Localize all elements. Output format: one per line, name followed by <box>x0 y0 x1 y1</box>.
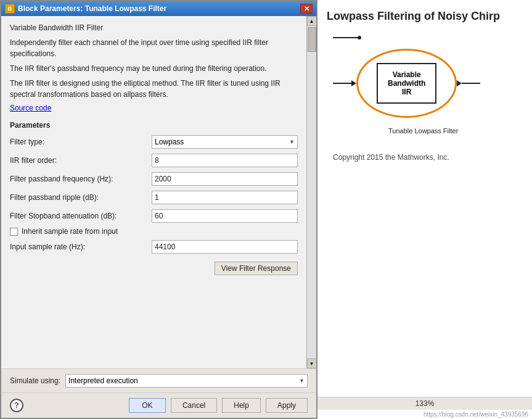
title-icon: B <box>5 4 15 14</box>
title-bar: B Block Parameters: Tunable Lowpass Filt… <box>1 1 316 16</box>
button-row: ? OK Cancel Help Apply <box>1 392 316 418</box>
signal-line-top <box>333 37 358 38</box>
oval-highlight: Variable Bandwidth IIR <box>356 49 457 118</box>
block-line-2: Bandwidth <box>388 79 425 88</box>
sample-rate-input[interactable]: 44100 <box>152 240 298 254</box>
diagram-panel: Lowpass Filtering of Noisy Chirp Variabl… <box>317 0 532 419</box>
arrow-out-icon <box>457 80 462 86</box>
copyright-text: Copyright 2015 the Mathworks, Inc. <box>333 153 523 162</box>
passband-freq-row: Filter passband frequency (Hz): 2000 <box>10 172 298 186</box>
stopband-atten-label: Filter Stopband attenuation (dB): <box>10 212 152 220</box>
block-parameters-dialog: B Block Parameters: Tunable Lowpass Filt… <box>0 0 317 419</box>
inherit-checkbox-label: Inherit sample rate from input <box>22 227 118 236</box>
scroll-thumb[interactable] <box>308 27 316 52</box>
iir-order-input[interactable]: 8 <box>152 154 298 167</box>
inherit-checkbox[interactable] <box>10 228 18 236</box>
stopband-atten-row: Filter Stopband attenuation (dB): 60 <box>10 209 298 223</box>
help-button[interactable]: Help <box>222 398 261 413</box>
signal-line-in <box>333 83 351 84</box>
diagram-content: Lowpass Filtering of Noisy Chirp Variabl… <box>317 0 532 397</box>
sample-rate-row: Input sample rate (Hz): 44100 <box>10 239 298 254</box>
view-filter-row: View Filter Response <box>10 262 298 275</box>
zoom-status-bar: 133% <box>317 397 532 410</box>
passband-ripple-input[interactable]: 1 <box>152 191 298 204</box>
description-4: The IIR filter is designed using the ell… <box>10 78 298 100</box>
scroll-down-arrow[interactable]: ▼ <box>307 359 317 368</box>
passband-freq-input[interactable]: 2000 <box>152 172 298 186</box>
help-icon-circle[interactable]: ? <box>10 399 23 412</box>
block-line-1: Variable <box>388 70 425 79</box>
inherit-checkbox-row: Inherit sample rate from input <box>10 227 298 236</box>
signal-dot-top <box>358 36 361 39</box>
block-label: Tunable Lowpass Filter <box>388 127 458 135</box>
description-2: Independently filter each channel of the… <box>10 37 298 59</box>
diagram-title: Lowpass Filtering of Noisy Chirp <box>327 9 523 23</box>
parameters-section-title: Parameters <box>10 121 298 130</box>
source-code-link[interactable]: Source code <box>10 104 298 112</box>
passband-freq-label: Filter passband frequency (Hz): <box>10 175 152 183</box>
passband-ripple-row: Filter passband ripple (dB): 1 <box>10 190 298 205</box>
filter-type-label: Filter type: <box>10 138 152 146</box>
dialog-title: Block Parameters: Tunable Lowpass Filter <box>18 4 166 13</box>
filter-type-arrow-icon: ▼ <box>289 139 295 145</box>
simulate-select[interactable]: Interpreted execution ▼ <box>65 374 308 388</box>
description-1: Variable Bandwidth IIR Filter <box>10 22 298 33</box>
watermark: https://blog.csdn.net/weixin_43935696 <box>317 410 532 419</box>
iir-order-row: IIR filter order: 8 <box>10 153 298 168</box>
block-box: Variable Bandwidth IIR <box>377 63 436 104</box>
signal-line-out <box>462 83 480 84</box>
simulate-row: Simulate using: Interpreted execution ▼ <box>1 368 316 392</box>
block-line-3: IIR <box>388 88 425 96</box>
sample-rate-label: Input sample rate (Hz): <box>10 243 152 251</box>
filter-type-select[interactable]: Lowpass ▼ <box>152 135 298 149</box>
iir-order-label: IIR filter order: <box>10 156 152 165</box>
dialog-body: Variable Bandwidth IIR Filter Independen… <box>1 16 316 368</box>
dialog-content: Variable Bandwidth IIR Filter Independen… <box>1 16 306 368</box>
arrow-in-icon <box>351 80 356 86</box>
close-button[interactable]: ✕ <box>300 4 313 14</box>
simulate-value: Interpreted execution <box>68 376 138 385</box>
vertical-scrollbar[interactable]: ▲ ▼ <box>306 16 316 368</box>
cancel-button[interactable]: Cancel <box>171 398 217 413</box>
apply-button[interactable]: Apply <box>266 398 308 413</box>
ok-button[interactable]: OK <box>129 398 166 413</box>
stopband-atten-input[interactable]: 60 <box>152 209 298 223</box>
passband-ripple-label: Filter passband ripple (dB): <box>10 193 152 202</box>
view-filter-button[interactable]: View Filter Response <box>215 262 298 275</box>
filter-type-row: Filter type: Lowpass ▼ <box>10 135 298 149</box>
simulate-select-arrow-icon: ▼ <box>299 378 305 384</box>
filter-type-value: Lowpass <box>155 138 184 146</box>
zoom-level: 133% <box>415 399 435 408</box>
scroll-up-arrow[interactable]: ▲ <box>307 16 317 26</box>
description-3: The IIR filter's passband frequency may … <box>10 63 298 74</box>
simulate-label: Simulate using: <box>10 376 60 385</box>
